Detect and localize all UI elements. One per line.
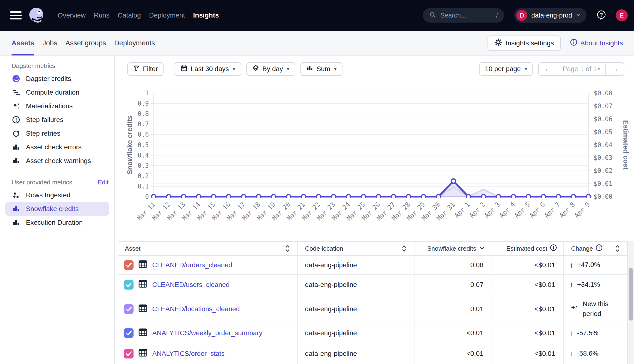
top-nav-item-insights[interactable]: Insights: [193, 12, 219, 19]
table-header-row: AssetCode locationSnowflake creditsEstim…: [118, 242, 627, 256]
sidebar-item-asset-check-errors[interactable]: Asset check errors: [5, 140, 109, 154]
sidebar-item-rows-ingested[interactable]: Rows Ingested: [5, 188, 109, 202]
date-range-button[interactable]: Last 30 days: [174, 62, 241, 76]
toolbar-left: Filter Last 30 days By day: [127, 62, 342, 76]
tab-assets[interactable]: Assets: [12, 31, 34, 56]
asset-link[interactable]: ANALYTICS/order_stats: [152, 350, 224, 358]
chevron-down-icon: [576, 12, 581, 19]
dots-icon: [12, 191, 21, 200]
filter-button[interactable]: Filter: [127, 62, 164, 76]
cost-value: <$0.01: [534, 261, 555, 269]
asset-checkbox[interactable]: [124, 328, 134, 338]
sidebar-item-compute-duration[interactable]: Compute duration: [5, 86, 109, 99]
top-nav-item-runs[interactable]: Runs: [94, 12, 110, 19]
credits-cell: 0.08: [414, 256, 492, 275]
top-nav-items: OverviewRunsCatalogDeploymentInsights: [58, 12, 219, 19]
code-location-cell: data-eng-pipeline: [298, 324, 414, 343]
search-input[interactable]: [440, 12, 496, 19]
scrollbar-thumb[interactable]: [629, 268, 633, 320]
sort-icon[interactable]: [614, 244, 621, 252]
next-page-button[interactable]: →: [606, 63, 624, 76]
snowflake-credits-chart[interactable]: 00.10.20.30.40.50.60.70.80.91$0.00$0.01$…: [115, 82, 634, 233]
help-icon[interactable]: ?: [596, 10, 606, 21]
svg-text:0.4: 0.4: [138, 152, 149, 159]
svg-text:0.2: 0.2: [138, 172, 149, 180]
tab-asset-groups[interactable]: Asset groups: [65, 31, 106, 56]
column-header-snowflake-credits[interactable]: Snowflake credits: [414, 242, 492, 256]
table-row: CLEANED/locations_cleaneddata-eng-pipeli…: [118, 295, 627, 324]
toolbar-divider: [169, 62, 169, 76]
sidebar-item-step-retries[interactable]: Step retries: [5, 126, 109, 140]
sidebar-item-label: Asset check errors: [26, 143, 82, 151]
asset-link[interactable]: ANALYTICS/weekly_order_summary: [152, 329, 262, 337]
sidebar-item-label: Step failures: [26, 116, 64, 124]
svg-text:0.5: 0.5: [138, 142, 149, 149]
per-page-button[interactable]: 10 per page: [479, 62, 533, 76]
asset-link[interactable]: CLEANED/users_cleaned: [152, 281, 230, 288]
assets-table: AssetCode locationSnowflake creditsEstim…: [118, 241, 627, 364]
search-icon: [429, 11, 436, 20]
asset-checkbox[interactable]: [124, 260, 134, 270]
change-cell: ↑+47.0%: [564, 256, 627, 275]
sidebar-item-label: Snowflake credits: [26, 205, 78, 213]
sidebar-item-asset-check-warnings[interactable]: Asset check warnings: [5, 154, 109, 168]
sidebar-item-materializations[interactable]: Materializations: [5, 99, 109, 113]
user-avatar[interactable]: E: [616, 9, 628, 21]
sidebar-item-execution-duration[interactable]: Execution Duration: [5, 216, 109, 229]
org-switcher[interactable]: D data-eng-prod: [514, 8, 586, 23]
asset-link[interactable]: CLEANED/orders_cleaned: [152, 261, 232, 269]
sidebar-section-title: Dagster metrics: [12, 62, 55, 70]
page-select[interactable]: Page 1 of 1: [557, 63, 606, 76]
sort-icon[interactable]: [284, 244, 291, 252]
code-location-value: data-eng-pipeline: [305, 261, 357, 269]
svg-text:Apr 9: Apr 9: [573, 201, 592, 219]
insights-settings-button[interactable]: Insights settings: [488, 36, 561, 51]
column-header-code-location[interactable]: Code location: [298, 242, 414, 256]
svg-text:Apr 3: Apr 3: [483, 201, 502, 219]
svg-text:0: 0: [145, 193, 149, 200]
svg-text:Snowflake credits: Snowflake credits: [126, 115, 134, 174]
tab-jobs[interactable]: Jobs: [42, 31, 57, 56]
sidebar-item-snowflake-credits[interactable]: Snowflake credits: [5, 202, 109, 216]
credits-value: 0.08: [470, 261, 484, 269]
asset-checkbox[interactable]: [124, 304, 134, 314]
top-nav-item-catalog[interactable]: Catalog: [118, 12, 141, 19]
compute-duration-icon: [12, 88, 21, 97]
retry-icon: [12, 129, 21, 138]
pager: ← Page 1 of 1 →: [538, 62, 624, 76]
per-page-label: 10 per page: [485, 65, 521, 73]
sidebar-item-label: Dagster credits: [26, 75, 71, 82]
asset-link[interactable]: CLEANED/locations_cleaned: [152, 305, 240, 313]
group-by-button[interactable]: By day: [246, 62, 295, 76]
svg-text:0.1: 0.1: [138, 183, 149, 190]
dagster-logo-icon[interactable]: [28, 7, 45, 24]
column-header-estimated-cost[interactable]: Estimated cost: [492, 242, 564, 256]
hamburger-menu-icon[interactable]: [10, 11, 22, 20]
svg-text:$0.08: $0.08: [594, 90, 612, 97]
column-header-asset[interactable]: Asset: [118, 242, 298, 256]
svg-text:$0.03: $0.03: [594, 154, 612, 161]
column-header-change[interactable]: Change: [564, 242, 627, 256]
column-label: Code location: [305, 245, 343, 252]
sidebar-item-step-failures[interactable]: Step failures: [5, 113, 109, 126]
cost-cell: <$0.01: [492, 295, 564, 324]
change-value: -58.6%: [577, 349, 598, 358]
asset-checkbox[interactable]: [124, 349, 134, 358]
arrow-down-icon: ↓: [570, 350, 573, 358]
table-scrollbar[interactable]: [627, 241, 634, 364]
toolbar-right: 10 per page ← Page 1 of 1 →: [479, 62, 624, 76]
aggregation-button[interactable]: Sum: [300, 62, 342, 76]
sidebar-item-dagster-credits[interactable]: Dagster credits: [5, 72, 109, 86]
asset-checkbox[interactable]: [124, 280, 134, 290]
insights-page: OverviewRunsCatalogDeploymentInsights / …: [0, 0, 634, 364]
tab-deployments[interactable]: Deployments: [114, 31, 155, 56]
sidebar-item-label: Execution Duration: [26, 219, 83, 226]
about-insights-link[interactable]: About Insights: [570, 38, 623, 48]
previous-page-button[interactable]: ←: [539, 63, 557, 76]
credits-cell: <0.01: [414, 324, 492, 343]
search-bar[interactable]: /: [423, 8, 504, 22]
top-nav-item-overview[interactable]: Overview: [58, 12, 86, 19]
edit-metrics-link[interactable]: Edit: [98, 179, 108, 186]
top-nav-item-deployment[interactable]: Deployment: [149, 12, 185, 19]
sort-icon[interactable]: [400, 244, 408, 252]
